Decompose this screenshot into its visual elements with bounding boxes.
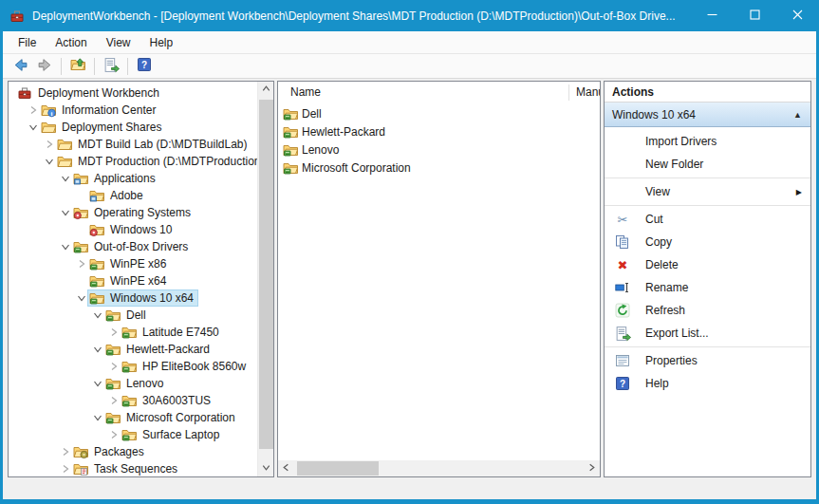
driver-folder-icon: [121, 325, 137, 340]
action-rename[interactable]: Rename: [605, 276, 810, 299]
expand-collapse-chevron-icon[interactable]: [107, 360, 121, 373]
list-item-dell[interactable]: Dell: [278, 104, 600, 122]
action-import-drivers[interactable]: Import Drivers: [605, 130, 810, 153]
expand-collapse-chevron-icon[interactable]: [59, 206, 72, 219]
tree-item-winpe-x64[interactable]: WinPE x64: [9, 272, 257, 289]
collapse-section-icon[interactable]: ▲: [793, 110, 802, 120]
expand-collapse-chevron-icon[interactable]: [75, 291, 88, 305]
expand-collapse-chevron-icon[interactable]: [107, 394, 121, 407]
scrollbar-thumb[interactable]: [297, 461, 379, 476]
actions-section-header[interactable]: Windows 10 x64 ▲: [605, 103, 810, 127]
tree-item-latitude-e7450[interactable]: Latitude E7450: [9, 324, 257, 341]
tree-item-dell[interactable]: Dell: [9, 307, 257, 324]
console-tree-pane: Deployment WorkbenchiInformation CenterD…: [8, 81, 274, 477]
list-item-lenovo[interactable]: Lenovo: [278, 140, 600, 159]
close-button[interactable]: [776, 0, 819, 31]
expand-collapse-chevron-icon[interactable]: [75, 257, 88, 271]
list-item-hewlett-packard[interactable]: Hewlett-Packard: [278, 122, 600, 140]
tree-item-lenovo[interactable]: Lenovo: [9, 375, 257, 392]
expand-collapse-chevron-icon[interactable]: [91, 377, 104, 390]
tree-item-out-of-box-drivers[interactable]: Out-of-Box Drivers: [9, 238, 257, 255]
list-horizontal-scrollbar[interactable]: [278, 460, 600, 476]
tree-item-packages[interactable]: Packages: [9, 443, 257, 460]
help-button[interactable]: ?: [132, 56, 157, 77]
no-icon: [614, 184, 631, 199]
menu-file[interactable]: File: [9, 31, 46, 53]
list-item-microsoft-corporation[interactable]: Microsoft Corporation: [278, 159, 600, 177]
action-properties[interactable]: Properties: [605, 349, 810, 372]
tree-item-windows-10[interactable]: Windows 10: [9, 221, 257, 238]
driver-folder-icon: [283, 124, 298, 140]
tree-item-mdt-production-d-mdtproduction[interactable]: MDT Production (D:\MDTProduction): [9, 153, 257, 170]
tree-item-hewlett-packard[interactable]: Hewlett-Packard: [9, 341, 257, 358]
back-button[interactable]: [8, 56, 32, 77]
expand-collapse-chevron-icon[interactable]: [43, 138, 56, 151]
action-new-folder[interactable]: New Folder: [605, 153, 810, 176]
list-item-label: Hewlett-Packard: [302, 125, 385, 139]
expand-collapse-chevron-icon[interactable]: [107, 326, 121, 339]
tree-item-content: 30A6003TUS: [121, 393, 214, 408]
action-refresh[interactable]: Refresh: [605, 299, 810, 322]
menu-view[interactable]: View: [97, 31, 140, 53]
expand-collapse-chevron-icon[interactable]: [59, 445, 72, 458]
tree-item-task-sequences[interactable]: Task Sequences: [9, 460, 257, 476]
expand-collapse-chevron-icon[interactable]: [59, 172, 72, 185]
expand-collapse-chevron-icon[interactable]: [107, 428, 121, 441]
tree-item-applications[interactable]: Applications: [9, 170, 257, 187]
expand-collapse-chevron-icon[interactable]: [27, 103, 40, 117]
expand-collapse-chevron-icon[interactable]: [91, 411, 104, 424]
scroll-right-button[interactable]: [584, 460, 600, 476]
tree-item-information-center[interactable]: iInformation Center: [9, 102, 257, 119]
action-label: Help: [645, 377, 669, 390]
expand-collapse-chevron-icon[interactable]: [43, 155, 56, 168]
action-export-list[interactable]: Export List...: [605, 322, 810, 345]
tree-item-label: Adobe: [108, 188, 145, 203]
action-view[interactable]: View▶: [605, 180, 810, 203]
tree-item-windows-10-x64[interactable]: Windows 10 x64: [9, 289, 257, 307]
tree-item-adobe[interactable]: Adobe: [9, 187, 257, 204]
tree-item-mdt-build-lab-d-mdtbuildlab[interactable]: MDT Build Lab (D:\MDTBuildLab): [9, 136, 257, 153]
maximize-button[interactable]: [734, 0, 776, 31]
action-cut[interactable]: ✂Cut: [605, 208, 810, 231]
expand-collapse-chevron-icon[interactable]: [59, 240, 72, 253]
tree-vertical-scrollbar[interactable]: [257, 82, 273, 476]
os-folder-icon: [89, 222, 104, 237]
tree-item-microsoft-corporation[interactable]: Microsoft Corporation: [9, 409, 257, 426]
forward-button[interactable]: [32, 56, 57, 77]
action-delete[interactable]: ✖Delete: [605, 253, 810, 276]
scroll-down-icon: [261, 462, 271, 476]
toolbar-separator: [61, 58, 62, 75]
menu-help[interactable]: Help: [140, 31, 183, 53]
tree-item-operating-systems[interactable]: Operating Systems: [9, 204, 257, 221]
column-divider[interactable]: [568, 84, 569, 101]
apps-folder-icon: [73, 171, 88, 186]
minimize-button[interactable]: [691, 0, 734, 31]
scroll-down-button[interactable]: [258, 460, 274, 476]
expand-collapse-chevron-icon[interactable]: [91, 343, 104, 356]
tree-item-hp-elitebook-8560w[interactable]: HP EliteBook 8560w: [9, 358, 257, 375]
column-header-manufacturer[interactable]: Manu: [576, 85, 601, 99]
tree-item-deployment-workbench[interactable]: Deployment Workbench: [9, 84, 257, 102]
tree-item-label: Out-of-Box Drivers: [92, 239, 190, 254]
tree-item-deployment-shares[interactable]: Deployment Shares: [9, 119, 257, 136]
rename-icon: [614, 280, 631, 295]
packages-folder-icon: [73, 444, 88, 459]
tree-item-content: Hewlett-Packard: [104, 342, 214, 357]
expand-collapse-chevron-icon[interactable]: [59, 462, 72, 476]
action-help[interactable]: ?Help: [605, 372, 810, 395]
tree-item-label: Windows 10 x64: [108, 290, 195, 306]
share-folder-icon: [57, 137, 72, 152]
menu-action[interactable]: Action: [46, 31, 96, 53]
column-header-name[interactable]: Name: [290, 85, 321, 99]
tree-item-30a6003tus[interactable]: 30A6003TUS: [9, 392, 257, 409]
expand-collapse-chevron-icon[interactable]: [91, 308, 104, 322]
tree-item-winpe-x86[interactable]: WinPE x86: [9, 255, 257, 272]
expand-collapse-chevron-icon[interactable]: [27, 121, 40, 134]
scroll-up-button[interactable]: [258, 82, 274, 98]
scrollbar-thumb[interactable]: [259, 100, 273, 449]
export-list-button[interactable]: [99, 56, 123, 77]
tree-item-surface-laptop[interactable]: Surface Laptop: [9, 426, 257, 443]
up-one-level-button[interactable]: [65, 56, 90, 77]
scroll-left-button[interactable]: [278, 460, 294, 476]
action-copy[interactable]: Copy: [605, 231, 810, 253]
